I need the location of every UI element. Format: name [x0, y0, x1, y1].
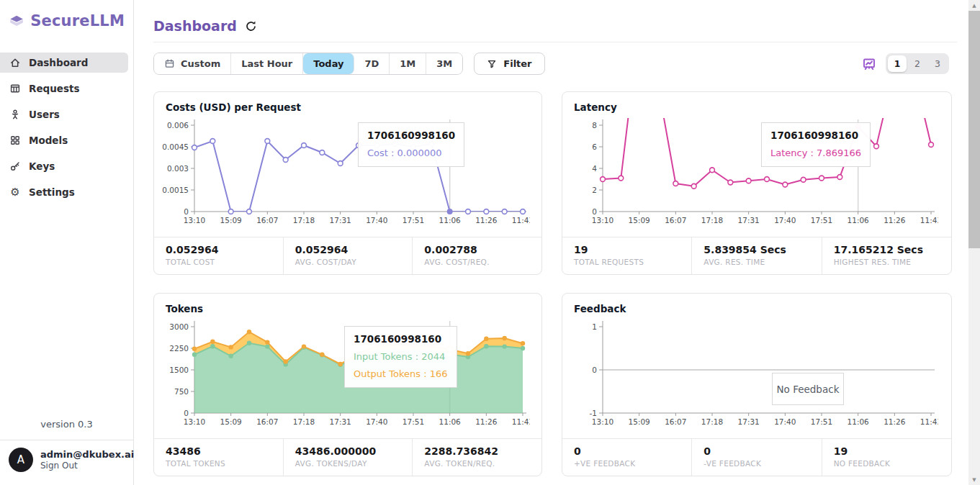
svg-text:16:07: 16:07 — [256, 216, 278, 225]
svg-text:11:06: 11:06 — [439, 417, 462, 426]
svg-text:11:26: 11:26 — [884, 417, 906, 426]
svg-text:16:07: 16:07 — [665, 417, 686, 426]
page-button-3[interactable]: 3 — [928, 55, 947, 72]
svg-text:3000: 3000 — [169, 322, 189, 331]
page-title: Dashboard — [153, 18, 237, 34]
svg-text:15:09: 15:09 — [220, 216, 242, 225]
costs-chart[interactable]: 00.00150.0030.00450.00613:1015:0916:0717… — [161, 117, 530, 232]
app-logo: SecureLLM — [0, 0, 133, 35]
version-label: version 0.3 — [0, 413, 133, 440]
chart-title-latency: Latency — [562, 92, 951, 113]
sidebar-footer: version 0.3 A admin@dkubex.ai Sign Out — [0, 413, 133, 485]
time-filter-last-hour[interactable]: Last Hour — [231, 53, 303, 74]
scrollbar-thumb[interactable] — [968, 11, 980, 248]
scroll-down-arrow[interactable]: ▼ — [968, 474, 980, 485]
page-button-2[interactable]: 2 — [908, 55, 927, 72]
svg-text:0.006: 0.006 — [167, 121, 189, 130]
svg-text:17:31: 17:31 — [330, 417, 351, 426]
stats-row: 0.052964TOTAL COST 0.052964AVG. COST/DAY… — [154, 237, 541, 274]
tooltip-row: Latency : 7.869166 — [770, 148, 861, 158]
svg-text:11:06: 11:06 — [848, 417, 870, 426]
svg-text:11:06: 11:06 — [439, 216, 462, 225]
svg-text:17:31: 17:31 — [330, 216, 351, 225]
funnel-icon — [487, 59, 497, 69]
svg-text:15:09: 15:09 — [629, 216, 650, 225]
time-filter-1m[interactable]: 1M — [390, 53, 426, 74]
sign-out-link[interactable]: Sign Out — [40, 461, 134, 471]
sidebar-item-keys[interactable]: Keys — [0, 156, 128, 176]
svg-text:0.0045: 0.0045 — [162, 142, 189, 151]
stat-total-requests: 19TOTAL REQUESTS — [562, 237, 692, 274]
svg-text:0: 0 — [592, 366, 597, 374]
securellm-logo-icon — [9, 12, 24, 30]
refresh-icon[interactable] — [245, 19, 258, 32]
svg-text:-1: -1 — [590, 409, 597, 417]
svg-text:0.0015: 0.0015 — [162, 186, 189, 194]
svg-text:13:10: 13:10 — [592, 216, 613, 225]
page-button-1[interactable]: 1 — [888, 55, 907, 72]
card-feedback: Feedback -10113:1015:0916:0717:1817:3117… — [562, 293, 952, 476]
key-icon — [9, 160, 21, 172]
tooltip-timestamp: 1706160998160 — [770, 130, 861, 141]
sidebar-item-label: Settings — [29, 186, 75, 198]
svg-text:8: 8 — [592, 121, 597, 130]
latency-chart[interactable]: 0246813:1015:0916:0717:1817:3117:4017:51… — [570, 117, 938, 232]
users-icon — [9, 109, 21, 120]
stat-avg-tokens-day: 43486.000000AVG. TOKENS/DAY — [284, 439, 413, 476]
stat-positive-feedback: 0+VE FEEDBACK — [562, 439, 692, 476]
svg-text:15:09: 15:09 — [220, 417, 242, 426]
scroll-up-arrow[interactable]: ▲ — [968, 0, 980, 11]
sidebar-item-models[interactable]: Models — [0, 130, 128, 150]
svg-text:11:43: 11:43 — [512, 417, 530, 426]
svg-text:17:51: 17:51 — [403, 417, 424, 426]
calendar-icon — [164, 58, 175, 69]
pagination: 1 2 3 — [886, 53, 949, 74]
sidebar-item-users[interactable]: Users — [0, 104, 128, 124]
svg-text:2250: 2250 — [169, 344, 189, 353]
user-email: admin@dkubex.ai — [40, 449, 134, 461]
feedback-chart[interactable]: -10113:1015:0916:0717:1817:3117:4017:511… — [570, 318, 938, 433]
time-filter-today[interactable]: Today — [303, 53, 354, 74]
stat-total-tokens: 43486TOTAL TOKENS — [154, 439, 284, 476]
svg-text:11:43: 11:43 — [512, 216, 530, 225]
svg-text:2: 2 — [592, 186, 597, 194]
tooltip-row: Output Tokens : 166 — [354, 368, 448, 379]
svg-text:4: 4 — [592, 164, 597, 173]
card-latency: Latency 0246813:1015:0916:0717:1817:3117… — [562, 91, 952, 275]
svg-text:1: 1 — [592, 322, 597, 331]
card-tokens: Tokens 075015002250300013:1015:0916:0717… — [153, 293, 542, 476]
vertical-scrollbar: ▲ ▼ — [968, 0, 980, 485]
svg-text:17:18: 17:18 — [701, 216, 723, 225]
filter-button[interactable]: Filter — [474, 53, 544, 75]
table-icon — [9, 83, 21, 94]
avatar[interactable]: A — [9, 448, 33, 472]
svg-text:0.003: 0.003 — [167, 164, 189, 173]
svg-text:16:07: 16:07 — [665, 216, 686, 225]
svg-text:17:18: 17:18 — [293, 417, 315, 426]
latency-tooltip: 1706160998160 Latency : 7.869166 — [761, 122, 871, 167]
chart-title-feedback: Feedback — [562, 294, 951, 314]
sidebar-item-label: Models — [29, 135, 68, 146]
tooltip-row: Cost : 0.000000 — [367, 148, 455, 158]
time-filter-3m[interactable]: 3M — [426, 53, 462, 74]
svg-text:0: 0 — [184, 207, 189, 216]
svg-text:11:26: 11:26 — [884, 216, 906, 225]
sidebar-item-requests[interactable]: Requests — [0, 78, 128, 99]
svg-text:17:31: 17:31 — [738, 216, 760, 225]
stat-highest-res-time: 17.165212 SecsHIGHEST RES. TIME — [822, 237, 951, 274]
svg-text:11:26: 11:26 — [475, 216, 498, 225]
time-filter-group: Custom Last Hour Today 7D 1M 3M — [153, 53, 463, 75]
svg-text:17:18: 17:18 — [701, 417, 723, 426]
sidebar-item-settings[interactable]: ⚙ Settings — [0, 182, 128, 202]
stat-total-cost: 0.052964TOTAL COST — [154, 237, 284, 274]
stats-row: 43486TOTAL TOKENS 43486.000000AVG. TOKEN… — [154, 438, 541, 476]
time-filter-7d[interactable]: 7D — [354, 53, 390, 74]
sidebar: SecureLLM Dashboard Requests Users Model… — [0, 0, 134, 485]
gear-icon: ⚙ — [9, 186, 21, 198]
presentation-icon[interactable] — [862, 57, 876, 71]
sidebar-item-dashboard[interactable]: Dashboard — [0, 53, 128, 73]
grid-icon — [9, 135, 21, 146]
time-filter-custom[interactable]: Custom — [154, 53, 231, 74]
svg-text:17:40: 17:40 — [774, 216, 796, 225]
svg-text:17:31: 17:31 — [738, 417, 760, 426]
